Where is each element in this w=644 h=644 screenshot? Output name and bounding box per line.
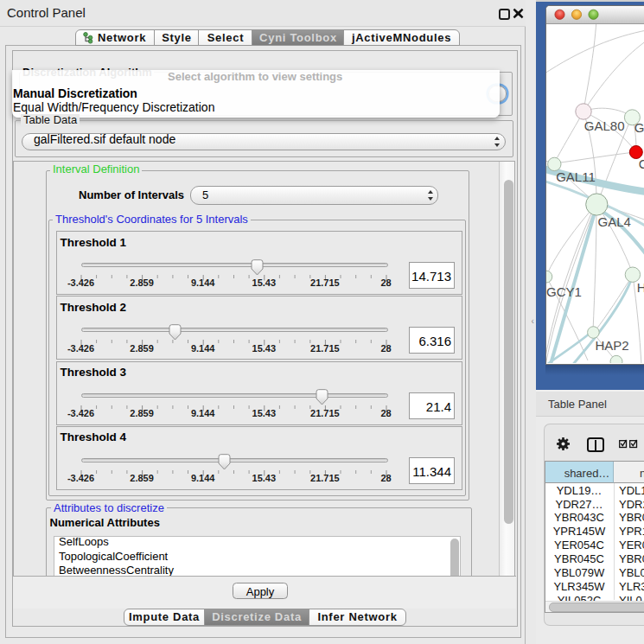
svg-text:HAP2: HAP2 [595, 338, 628, 353]
svg-text:GAL4: GAL4 [598, 214, 631, 229]
svg-text:GCY1: GCY1 [546, 284, 582, 299]
svg-text:H: H [637, 280, 644, 295]
svg-text:C: C [639, 156, 644, 171]
svg-text:GAL80: GAL80 [584, 118, 625, 133]
svg-text:GAL11: GAL11 [556, 169, 596, 184]
svg-text:GA: GA [634, 120, 644, 135]
